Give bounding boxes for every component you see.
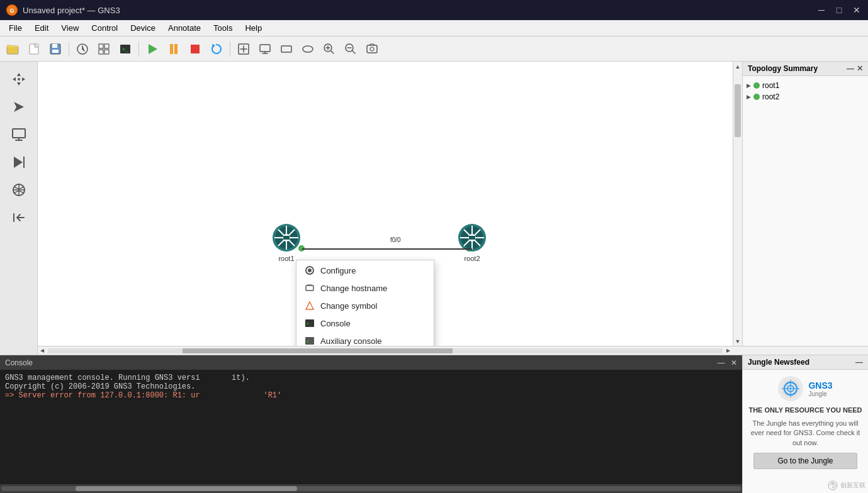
- menu-bar: File Edit View Control Device Annotate T…: [0, 20, 868, 36]
- svg-marker-48: [469, 236, 475, 240]
- svg-marker-28: [14, 102, 24, 112]
- zoom-in-button[interactable]: [319, 39, 339, 59]
- ctx-change-symbol[interactable]: Change symbol: [296, 297, 434, 314]
- open-file-button[interactable]: [24, 39, 44, 59]
- rect-button[interactable]: [276, 39, 296, 59]
- context-menu: Configure Change hostname: [296, 260, 434, 346]
- console-minimize-button[interactable]: —: [717, 358, 724, 367]
- scroll-track-h[interactable]: [48, 348, 723, 353]
- menu-device[interactable]: Device: [124, 22, 162, 34]
- scroll-up-button[interactable]: ▲: [733, 62, 743, 71]
- svg-rect-8: [99, 44, 103, 48]
- svg-rect-9: [104, 44, 109, 48]
- menu-annotate[interactable]: Annotate: [162, 22, 207, 34]
- svg-point-27: [18, 78, 20, 80]
- console-scroll-track[interactable]: [1, 486, 741, 491]
- toolbar-sep-1: [69, 42, 69, 57]
- svg-rect-20: [260, 45, 270, 52]
- save-button[interactable]: [45, 39, 65, 59]
- zoom-out-button[interactable]: [341, 39, 361, 59]
- scroll-right-button[interactable]: ▶: [724, 346, 733, 355]
- sidebar-monitor-button[interactable]: [6, 122, 31, 147]
- monitor-button[interactable]: [255, 39, 275, 59]
- topology-summary-panel: Topology Summary — ✕ ▶ root1: [742, 62, 868, 346]
- svg-rect-11: [104, 50, 109, 54]
- console-close-button[interactable]: ✕: [731, 358, 737, 367]
- app-icon: G: [6, 4, 18, 16]
- pause-button[interactable]: [164, 39, 184, 59]
- configure-icon: [304, 265, 315, 276]
- topo-item-root2[interactable]: ▶ root2: [747, 91, 864, 102]
- scroll-track-v[interactable]: [733, 71, 742, 336]
- topology-minimize-button[interactable]: —: [847, 64, 854, 73]
- scroll-thumb-h[interactable]: [183, 348, 453, 353]
- svg-rect-15: [170, 44, 173, 54]
- scroll-down-button[interactable]: ▼: [733, 336, 743, 346]
- upper-area: f0/0: [0, 62, 868, 355]
- svg-point-22: [303, 46, 313, 52]
- jungle-title: Jungle Newsfeed: [748, 358, 809, 367]
- menu-control[interactable]: Control: [85, 22, 124, 34]
- navigate-button[interactable]: [6, 94, 31, 119]
- svg-point-26: [370, 47, 374, 51]
- ctx-change-hostname[interactable]: Change hostname: [296, 279, 434, 297]
- ctx-auxiliary-console[interactable]: >_ Auxiliary console: [296, 332, 434, 346]
- menu-edit[interactable]: Edit: [28, 22, 55, 34]
- menu-file[interactable]: File: [3, 22, 28, 34]
- toolbar-sep-3: [230, 42, 230, 57]
- node-root2[interactable]: root2: [456, 222, 488, 262]
- minimize-button[interactable]: ─: [816, 5, 826, 15]
- network-devices-button[interactable]: [6, 177, 31, 202]
- jungle-tagline: THE ONLY RESOURCE YOU NEED: [748, 406, 862, 414]
- console-error-line: => Server error from 127.0.0.1:8000: R1:…: [5, 391, 737, 400]
- svg-rect-49: [306, 285, 313, 291]
- topo-item-root1[interactable]: ▶ root1: [747, 80, 864, 91]
- maximize-button[interactable]: □: [834, 5, 844, 15]
- screenshot-button[interactable]: [362, 39, 382, 59]
- svg-text:>_: >_: [122, 47, 128, 52]
- ellipse-button[interactable]: [298, 39, 318, 59]
- scroll-left-button[interactable]: ◀: [38, 346, 47, 355]
- goto-jungle-button[interactable]: Go to the Jungle: [753, 453, 857, 469]
- expand-root1-icon: ▶: [747, 82, 751, 89]
- topology-close-button[interactable]: ✕: [857, 64, 863, 73]
- grid-button[interactable]: [94, 39, 114, 59]
- console-scroll-thumb[interactable]: [76, 486, 298, 491]
- stop-button[interactable]: [185, 39, 205, 59]
- jungle-minimize-button[interactable]: —: [855, 358, 863, 367]
- svg-marker-40: [283, 236, 290, 240]
- left-sidebar: [0, 62, 38, 355]
- open-folder-button[interactable]: [3, 39, 23, 59]
- console-line-1: GNS3 management console. Running GNS3 ve…: [5, 374, 737, 382]
- canvas-area[interactable]: f0/0: [38, 62, 733, 346]
- node-root1[interactable]: root1: [271, 222, 302, 262]
- console-panel: Console — ✕ GNS3 management console. Run…: [0, 355, 742, 493]
- skip-button[interactable]: [6, 150, 31, 175]
- svg-rect-10: [99, 50, 103, 54]
- jungle-description: The Jungle has everything you will ever …: [748, 419, 863, 448]
- terminal-button[interactable]: >_: [115, 39, 135, 59]
- menu-tools[interactable]: Tools: [207, 22, 239, 34]
- svg-rect-6: [52, 50, 59, 53]
- jungle-logo-text: GNS3 Jungle: [808, 380, 832, 397]
- menu-help[interactable]: Help: [239, 22, 268, 34]
- back-button[interactable]: [6, 205, 31, 230]
- jungle-logo-gns3: GNS3: [808, 380, 832, 391]
- scroll-thumb-v[interactable]: [735, 84, 741, 137]
- svg-rect-29: [13, 129, 25, 138]
- edit-button[interactable]: [234, 39, 254, 59]
- bottom-area: Console — ✕ GNS3 management console. Run…: [0, 355, 868, 493]
- console-body: GNS3 management console. Running GNS3 ve…: [0, 370, 742, 484]
- move-tool-button[interactable]: [6, 67, 31, 92]
- close-button[interactable]: ✕: [852, 5, 862, 15]
- play-button[interactable]: [142, 39, 162, 59]
- main-content: f0/0: [0, 62, 868, 493]
- menu-view[interactable]: View: [55, 22, 85, 34]
- ctx-configure[interactable]: Configure: [296, 262, 434, 279]
- watermark-text: 创新互联: [840, 481, 865, 490]
- jungle-logo-subtitle: Jungle: [808, 391, 832, 397]
- ctx-console[interactable]: >_ Console: [296, 314, 434, 332]
- history-button[interactable]: [72, 39, 93, 59]
- reload-button[interactable]: [206, 39, 227, 59]
- console-controls: — ✕: [713, 358, 737, 367]
